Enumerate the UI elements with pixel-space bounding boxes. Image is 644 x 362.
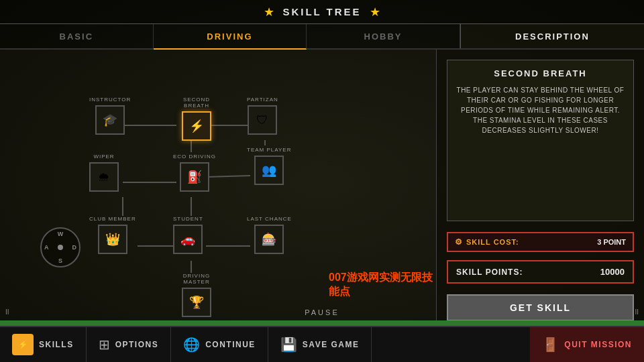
header: ★ SKILL TREE ★ xyxy=(0,0,644,24)
get-skill-button[interactable]: GET SKILL xyxy=(447,294,634,321)
bottom-save[interactable]: 💾 SAVE GAME xyxy=(268,327,372,362)
compass: W S D A xyxy=(40,227,80,267)
pause-icon-left: II xyxy=(5,308,9,316)
desc-box: SECOND BREATH THE PLAYER CAN STAY BEHIND… xyxy=(447,60,634,221)
desc-text: THE PLAYER CAN STAY BEHIND THE WHEEL OF … xyxy=(455,85,625,135)
skill-cost-label: ⚙ SKILL COST: xyxy=(455,237,519,247)
node-last-chance[interactable]: LAST CHANCE 🎰 xyxy=(247,216,292,254)
skill-cost-row: ⚙ SKILL COST: 3 POINT xyxy=(447,232,634,252)
bottom-options[interactable]: ⊞ OPTIONS xyxy=(87,327,172,362)
node-student[interactable]: STUDENT 🚗 xyxy=(173,216,203,254)
node-eco-driving[interactable]: ECO DRIVING ⛽ xyxy=(173,154,216,192)
skill-points-value: 10000 xyxy=(600,267,625,277)
bottom-skills[interactable]: ⚡ SKILLS xyxy=(0,327,87,362)
continue-icon: 🌐 xyxy=(183,337,200,353)
tab-basic[interactable]: BASIC xyxy=(0,24,154,48)
star-left-icon: ★ xyxy=(264,5,274,19)
bottom-bar: ⚡ SKILLS ⊞ OPTIONS 🌐 CONTINUE 💾 SAVE GAM… xyxy=(0,326,644,362)
watermark-text: 007游戏网实测无限技能点 xyxy=(329,271,436,299)
bottom-quit[interactable]: 🚪 QUIT MISSION xyxy=(530,327,644,362)
page-title: SKILL TREE xyxy=(282,6,361,17)
tab-hobby[interactable]: HOBBY xyxy=(307,24,460,48)
tab-bar: BASIC DRIVING HOBBY DESCRIPTION xyxy=(0,24,644,50)
bottom-continue[interactable]: 🌐 CONTINUE xyxy=(171,327,268,362)
skill-points-label: SKILL POINTS: xyxy=(456,267,523,277)
options-label: OPTIONS xyxy=(115,340,159,349)
compass-dot xyxy=(58,245,63,250)
node-driving-master[interactable]: DRIVING MASTER 🏆 xyxy=(173,273,220,317)
options-icon: ⊞ xyxy=(99,337,110,353)
compass-a: A xyxy=(44,244,49,251)
node-instructor[interactable]: INSTRUCTOR 🎓 xyxy=(89,97,131,135)
main-content: INSTRUCTOR 🎓 SECOND BREATH ⚡ PARTIZAN 🛡 … xyxy=(0,50,644,331)
cost-icon: ⚙ xyxy=(455,237,463,247)
save-icon: 💾 xyxy=(280,337,297,353)
progress-bar-area: II PAUSE II xyxy=(0,320,644,326)
skill-cost-value: 3 POINT xyxy=(597,238,626,246)
pause-icon-right: II xyxy=(635,308,639,316)
compass-w: W xyxy=(58,231,64,237)
progress-fill xyxy=(0,320,644,326)
node-team-player[interactable]: TEAM PLAYER 👥 xyxy=(247,147,291,185)
pause-label: PAUSE xyxy=(305,308,339,316)
compass-s: S xyxy=(58,257,62,264)
desc-title: SECOND BREATH xyxy=(455,68,625,78)
continue-label: CONTINUE xyxy=(205,340,256,349)
description-panel: SECOND BREATH THE PLAYER CAN STAY BEHIND… xyxy=(436,50,644,331)
quit-icon: 🚪 xyxy=(542,337,559,353)
compass-d: D xyxy=(72,244,77,251)
node-second-breath[interactable]: SECOND BREATH ⚡ xyxy=(173,97,220,141)
skills-label: SKILLS xyxy=(39,340,74,349)
save-label: SAVE GAME xyxy=(303,340,360,349)
node-wiper[interactable]: WIPER 🌧 xyxy=(89,154,119,192)
tab-driving[interactable]: DRIVING xyxy=(154,24,307,50)
skills-icon: ⚡ xyxy=(12,334,34,355)
node-partizan[interactable]: PARTIZAN 🛡 xyxy=(247,97,278,135)
node-club-member[interactable]: CLUB MEMBER 👑 xyxy=(89,216,136,254)
skill-tree-area: INSTRUCTOR 🎓 SECOND BREATH ⚡ PARTIZAN 🛡 … xyxy=(0,50,436,331)
star-right-icon: ★ xyxy=(370,5,380,19)
skill-points-row: SKILL POINTS: 10000 xyxy=(447,260,634,284)
tab-description: DESCRIPTION xyxy=(460,24,644,48)
quit-label: QUIT MISSION xyxy=(564,340,632,349)
